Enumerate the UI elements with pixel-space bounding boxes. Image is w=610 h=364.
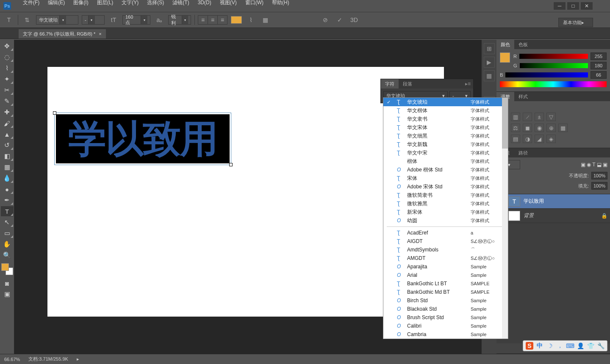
font-item[interactable]: ✓Ʈ华文琥珀字体样式 [383,98,508,106]
font-size-dropdown[interactable]: 160 点▾ [122,15,150,25]
font-item[interactable]: OAparajitaSample [383,262,508,271]
color-tab[interactable]: 颜色 [496,40,514,49]
g-slider[interactable] [520,63,588,68]
eyedropper-tool[interactable]: ✎ [1,96,14,106]
text-layer-box[interactable]: 学以致用 [56,114,230,163]
ime-taskbar[interactable]: S 中 ☽ ， ⌨ 👤 👕 🔧 [523,340,607,351]
cancel-icon[interactable]: ⊘ [320,14,331,25]
panel-menu-icon[interactable]: ▸≡ [463,81,473,87]
font-item[interactable]: Ʈ新宋体字体样式 [383,208,508,216]
opacity-value[interactable]: 100% [591,172,607,179]
strip-icon-1[interactable]: ⊞ [484,43,495,54]
font-item[interactable]: 楷体字体样式 [383,157,508,165]
marquee-tool[interactable]: ◌ [1,52,14,62]
zoom-level[interactable]: 66.67% [4,357,20,362]
strip-icon-3[interactable]: ▦ [484,70,495,81]
history-brush-tool[interactable]: ↺ [1,140,14,150]
font-item[interactable]: OAdobe 宋体 Std字体样式 [383,182,508,191]
b-slider[interactable] [505,72,588,77]
font-item[interactable]: O幼圆字体样式 [383,216,508,225]
menu-item[interactable]: 滤镜(T) [169,0,192,7]
minimize-button[interactable]: ─ [553,2,566,10]
font-item[interactable]: ƮAMGDTS∠ⓂⓅⓁ○ [383,254,508,262]
lasso-tool[interactable]: ⌇ [1,63,14,73]
b-value[interactable]: 66 [591,71,607,79]
font-item[interactable]: ƮBankGothic Md BTSAMPLE [383,288,508,296]
orientation-icon[interactable]: ⇅ [22,14,33,25]
antialias-dropdown[interactable]: 锐利▾ [168,15,191,25]
menu-item[interactable]: 文字(Y) [118,0,142,7]
align-left-button[interactable]: ≡ [198,15,208,25]
layer-thumb[interactable]: T [508,196,520,207]
layer-name[interactable]: 背景 [524,212,534,219]
shape-tool[interactable]: ▭ [1,228,14,238]
align-right-button[interactable]: ≡ [217,15,227,25]
r-value[interactable]: 255 [591,52,607,60]
maximize-button[interactable]: □ [567,2,580,10]
menu-item[interactable]: 编辑(E) [44,0,68,7]
hand-tool[interactable]: ✋ [1,239,14,249]
font-item[interactable]: Ʈ华文楷体字体样式 [383,106,508,115]
font-item[interactable]: OBirch StdSample [383,296,508,305]
stamp-tool[interactable]: ▲ [1,129,14,139]
menu-item[interactable]: 帮助(H) [269,0,293,7]
type-tool[interactable]: T [1,206,14,216]
font-item[interactable]: ƮAcadErefa [383,229,508,237]
brush-tool[interactable]: 🖌 [1,118,14,128]
sogou-icon[interactable]: S [526,342,533,350]
font-item[interactable]: Ʈ华文宋体字体样式 [383,123,508,132]
font-item[interactable]: Ʈ宋体字体样式 [383,174,508,182]
menu-item[interactable]: 文件(F) [19,0,43,7]
color-preview[interactable] [500,52,510,63]
text-color-swatch[interactable] [231,16,242,24]
menu-item[interactable]: 窗口(W) [242,0,267,7]
ime-punct-icon[interactable]: ， [556,342,564,350]
adj-levels[interactable]: ▥ [511,113,520,121]
adj-vibrance[interactable]: ▽ [546,113,556,121]
font-dropdown-list[interactable]: ✓Ʈ华文琥珀字体样式Ʈ华文楷体字体样式Ʈ华文隶书字体样式Ʈ华文宋体字体样式Ʈ华文… [383,97,508,339]
ime-moon-icon[interactable]: ☽ [546,342,554,350]
adj-grad[interactable]: ◢ [535,135,544,143]
warp-text-button[interactable]: ⌇ [245,14,256,25]
dodge-tool[interactable]: ● [1,184,14,194]
adj-lut[interactable]: ▦ [558,124,568,132]
menu-item[interactable]: 图像(I) [70,0,92,7]
pen-tool[interactable]: ✒ [1,195,14,205]
menu-item[interactable]: 视图(V) [216,0,240,7]
ime-keyboard-icon[interactable]: ⌨ [566,342,574,350]
workspace-dropdown[interactable]: 基本功能 ▸ [558,18,593,27]
font-item[interactable]: OBrush Script StdSample [383,313,508,322]
font-item[interactable]: ƮAmdtSymbols⌒ [383,245,508,254]
layer-item[interactable]: 👁 T 学以致用 [496,194,610,209]
font-item[interactable]: ƮAIGDTS∠ⓂⓅⓁ○ [383,237,508,245]
paths-tab[interactable]: 路径 [514,148,532,157]
color-swatches[interactable] [1,263,13,275]
screenmode-button[interactable]: ▣ [1,289,14,299]
align-center-button[interactable]: ≡ [208,15,218,25]
layer-item[interactable]: 👁 背景 🔒 [496,209,610,223]
ime-tool-icon[interactable]: 🔧 [597,342,604,350]
swatches-tab[interactable]: 色板 [514,40,532,49]
ime-skin-icon[interactable]: 👕 [587,342,594,350]
font-item[interactable]: Ʈ微软简隶书字体样式 [383,191,508,199]
menu-item[interactable]: 3D(D) [194,0,215,6]
paragraph-tab[interactable]: 段落 [399,79,416,88]
adj-exposure[interactable]: ± [535,113,544,121]
fg-color-swatch[interactable] [1,263,9,271]
adj-bw[interactable]: ◼ [523,124,532,132]
character-tab[interactable]: 字符 [381,79,399,88]
font-item[interactable]: OCambriaSample [383,330,508,339]
ime-user-icon[interactable]: 👤 [577,342,584,350]
menu-item[interactable]: 选择(S) [144,0,167,7]
adj-post[interactable]: ▤ [511,135,520,143]
wand-tool[interactable]: ✦ [1,74,14,84]
g-value[interactable]: 180 [591,62,607,69]
adj-mix[interactable]: ⊕ [546,124,556,132]
font-item[interactable]: OArialSample [383,271,508,279]
heal-tool[interactable]: ✚ [1,107,14,117]
r-slider[interactable] [519,54,588,59]
font-item[interactable]: Ʈ华文隶书字体样式 [383,115,508,123]
font-item[interactable]: Ʈ华文中宋字体样式 [383,149,508,157]
path-tool[interactable]: ↖ [1,217,14,227]
blur-tool[interactable]: 💧 [1,173,14,183]
